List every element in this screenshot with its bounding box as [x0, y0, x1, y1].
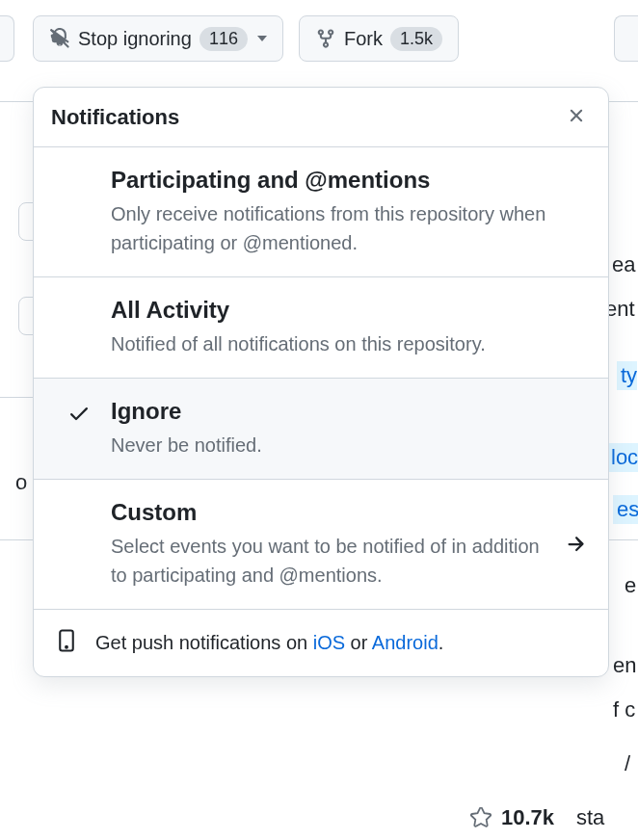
star-count: 10.7k: [501, 805, 554, 830]
close-button[interactable]: [562, 101, 591, 133]
fork-button-label: Fork: [344, 28, 383, 50]
popover-title: Notifications: [51, 105, 179, 130]
watch-count-badge: 116: [199, 27, 248, 51]
option-participating[interactable]: Participating and @mentions Only receive…: [34, 147, 608, 277]
bg-text-fragment: /: [625, 751, 630, 776]
button-stub-right: [614, 15, 638, 62]
bg-text-fragment: e: [625, 573, 636, 598]
option-title: Custom: [111, 499, 560, 526]
footer-suffix: .: [439, 632, 444, 653]
bg-text-fragment: ent: [605, 297, 635, 322]
svg-point-1: [66, 646, 67, 648]
bg-text-fragment: ea: [612, 252, 635, 277]
fork-button[interactable]: Fork 1.5k: [299, 15, 459, 62]
bg-link-fragment: es: [613, 495, 638, 524]
bell-slash-icon: [49, 28, 70, 49]
footer-prefix: Get push notifications on: [95, 632, 313, 653]
fork-count-badge: 1.5k: [390, 27, 442, 51]
bg-text-fragment: en: [613, 653, 636, 678]
option-ignore[interactable]: Ignore Never be notified.: [34, 379, 608, 480]
notifications-popover: Notifications Participating and @mention…: [33, 87, 609, 677]
option-description: Never be notified.: [111, 431, 587, 459]
repo-action-toolbar: Stop ignoring 116 Fork 1.5k: [0, 0, 638, 77]
option-check-slot: [51, 167, 107, 257]
option-title: Participating and @mentions: [111, 167, 587, 194]
footer-text: Get push notifications on iOS or Android…: [95, 632, 443, 654]
button-stub-left: [0, 15, 14, 62]
watch-button-label: Stop ignoring: [78, 28, 192, 50]
mobile-icon: [55, 629, 78, 657]
ios-link[interactable]: iOS: [313, 632, 345, 653]
option-custom[interactable]: Custom Select events you want to be noti…: [34, 480, 608, 610]
bg-text-fragment: o: [15, 470, 27, 495]
option-title: All Activity: [111, 297, 587, 324]
star-icon: [470, 807, 492, 832]
check-icon: [67, 402, 91, 459]
arrow-right-icon: [564, 499, 587, 590]
option-description: Select events you want to be notified of…: [111, 532, 560, 590]
option-description: Only receive notifications from this rep…: [111, 199, 587, 257]
option-all-activity[interactable]: All Activity Notified of all notificatio…: [34, 277, 608, 379]
footer-mid: or: [345, 632, 372, 653]
bg-link-fragment: loc: [607, 443, 638, 472]
bg-link-fragment: ty: [617, 361, 637, 390]
watch-button[interactable]: Stop ignoring 116: [33, 15, 283, 62]
chevron-down-icon: [257, 36, 267, 41]
option-check-slot: [51, 499, 107, 590]
bg-text-fragment: f c: [613, 697, 635, 722]
fork-icon: [315, 28, 336, 49]
option-check-slot: [51, 398, 107, 459]
popover-footer: Get push notifications on iOS or Android…: [34, 610, 608, 676]
popover-header: Notifications: [34, 88, 608, 147]
option-check-slot: [51, 297, 107, 358]
option-title: Ignore: [111, 398, 587, 425]
close-icon: [566, 105, 587, 129]
android-link[interactable]: Android: [372, 632, 439, 653]
option-description: Notified of all notifications on this re…: [111, 329, 587, 358]
bg-text-fragment: sta: [576, 805, 604, 830]
